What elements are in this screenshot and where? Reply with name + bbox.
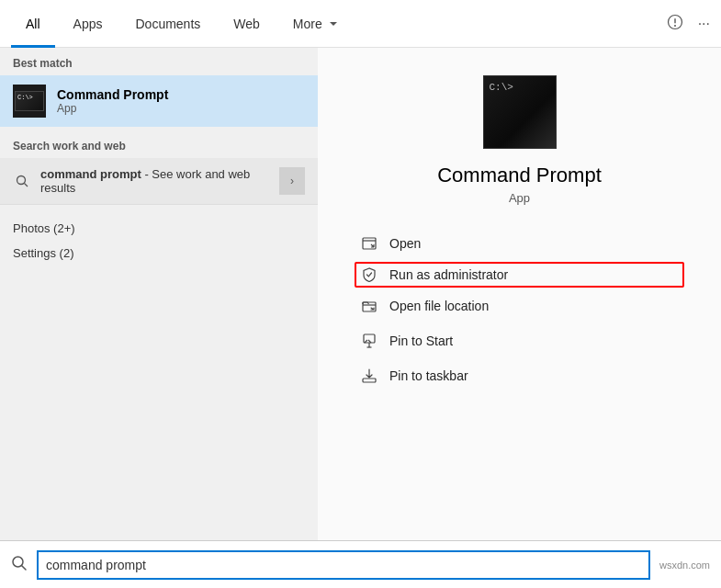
svg-point-3	[17, 176, 26, 185]
pin-taskbar-icon	[360, 367, 378, 385]
app-title: Command Prompt	[437, 164, 602, 187]
chevron-down-icon	[326, 17, 341, 31]
more-options-icon[interactable]: ···	[698, 16, 710, 32]
folder-icon	[360, 297, 378, 315]
run-admin-label: Run as administrator	[389, 267, 508, 282]
search-icon	[13, 172, 31, 190]
search-web-label: Search work and web	[0, 130, 318, 158]
photos-section: Photos (2+) Settings (2)	[0, 205, 318, 269]
pin-start-label: Pin to Start	[389, 334, 453, 348]
tab-apps[interactable]: Apps	[59, 0, 118, 48]
svg-rect-2	[674, 18, 675, 24]
app-icon-large	[483, 75, 557, 149]
action-pin-taskbar[interactable]: Pin to taskbar	[355, 359, 684, 392]
svg-line-4	[25, 184, 28, 187]
action-list: Open Run as administrator	[355, 227, 684, 392]
right-panel: Command Prompt App Open	[318, 48, 721, 588]
open-label: Open	[389, 236, 421, 251]
watermark: wsxdn.com	[659, 560, 710, 571]
best-match-subtitle: App	[57, 102, 168, 115]
svg-rect-8	[363, 379, 376, 382]
photos-result[interactable]: Photos (2+)	[13, 216, 305, 241]
best-match-title: Command Prompt	[57, 87, 168, 102]
svg-point-1	[674, 25, 676, 27]
action-pin-start[interactable]: Pin to Start	[355, 324, 684, 357]
shield-icon	[360, 266, 378, 284]
left-panel: Best match Command Prompt App Search wor…	[0, 48, 318, 588]
pin-taskbar-label: Pin to taskbar	[389, 368, 468, 383]
search-web-chevron[interactable]: ›	[279, 167, 305, 195]
action-run-admin[interactable]: Run as administrator	[355, 262, 684, 288]
tab-all[interactable]: All	[11, 0, 55, 48]
bottom-search-icon	[11, 555, 28, 575]
search-web-text: command prompt - See work and web result…	[40, 167, 270, 195]
pin-start-icon	[360, 332, 378, 350]
main-container: Best match Command Prompt App Search wor…	[0, 48, 721, 588]
action-open[interactable]: Open	[355, 227, 684, 260]
search-web-item[interactable]: command prompt - See work and web result…	[0, 158, 318, 205]
tab-documents[interactable]: Documents	[120, 0, 215, 48]
open-location-label: Open file location	[389, 299, 489, 313]
search-input[interactable]	[37, 550, 650, 580]
best-match-label: Best match	[0, 48, 318, 75]
settings-result[interactable]: Settings (2)	[13, 241, 305, 266]
cmd-app-icon	[13, 85, 46, 118]
bottom-search-bar: wsxdn.com	[0, 540, 721, 588]
search-web-section: Search work and web command prompt - See…	[0, 130, 318, 205]
tab-more[interactable]: More	[278, 0, 355, 48]
tab-web[interactable]: Web	[219, 0, 275, 48]
feedback-icon[interactable]	[667, 14, 683, 34]
action-open-location[interactable]: Open file location	[355, 289, 684, 322]
best-match-text: Command Prompt App	[57, 87, 168, 115]
open-icon	[360, 234, 378, 253]
top-navigation: All Apps Documents Web More ···	[0, 0, 721, 48]
app-subtitle: App	[509, 191, 530, 205]
svg-line-10	[22, 565, 27, 570]
best-match-item[interactable]: Command Prompt App	[0, 75, 318, 127]
